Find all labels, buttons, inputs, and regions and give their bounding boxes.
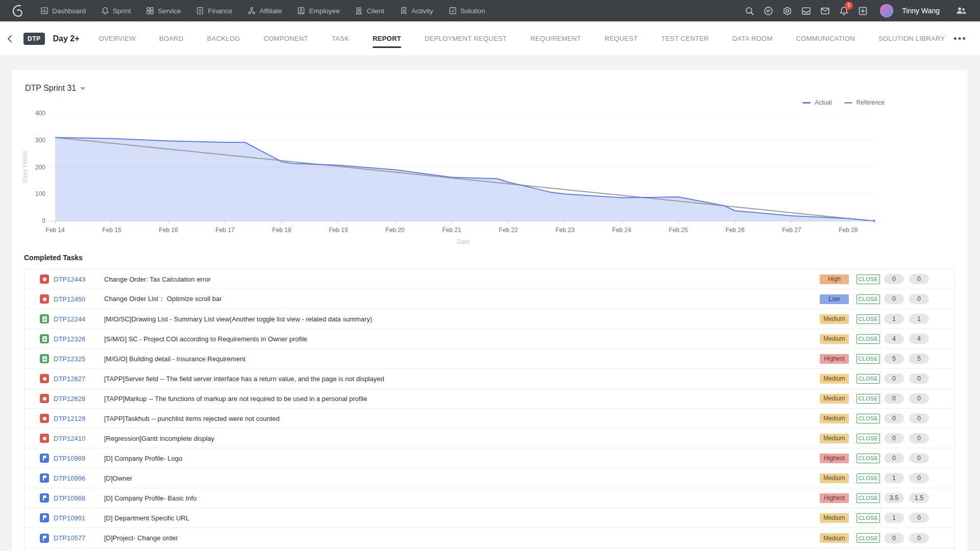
tab-data-room[interactable]: DATA ROOM [732,32,773,45]
points-pill: 0 [884,453,904,463]
defect-type-icon [40,434,49,443]
task-type-icon [40,513,49,522]
tab-task[interactable]: TASK [332,32,349,45]
table-row: DTP10991[D] Department Specific URLMediu… [24,508,954,528]
task-id-link[interactable]: DTP12244 [54,315,104,323]
top-menu-item-affiliate[interactable]: Affiliate [248,7,282,15]
inbox-icon[interactable] [800,5,812,16]
mail-icon[interactable] [819,5,830,16]
tab-request[interactable]: REQUEST [604,32,638,45]
notification-badge: 5 [845,2,853,10]
top-menu-item-dashboard[interactable]: Dashboard [40,7,86,15]
task-id-link[interactable]: DTP10991 [54,514,104,522]
top-menu-item-service[interactable]: Service [146,7,181,15]
defect-type-icon [40,414,49,423]
task-id-link[interactable]: DTP12628 [54,395,104,403]
avatar[interactable] [880,4,893,17]
task-title: [D] Department Specific URL [104,514,189,522]
table-row: DTP12326[S/M/G] SC - Project COI accordi… [24,329,954,349]
status-badge: CLOSE [856,354,880,364]
top-menu-item-employee[interactable]: Employee [297,7,339,15]
table-row: DTP12410[Regression]Gantt Incomplete dis… [24,429,954,448]
task-id-link[interactable]: DTP10989 [54,455,104,462]
tab-overview[interactable]: OVERVIEW [99,32,136,45]
task-id-link[interactable]: DTP12410 [54,435,104,442]
points-pill: 1 [884,314,904,324]
defect-type-icon [40,374,49,383]
task-type-icon [40,454,49,463]
task-title: [TAPP]Taskhub -- punchlist items rejecte… [104,415,280,422]
project-badge[interactable]: DTP [23,33,45,45]
user-name[interactable]: Tinny Wang [902,7,940,15]
task-type-icon [40,473,49,483]
task-id-link[interactable]: DTP12129 [54,415,104,422]
priority-badge: Highest [820,493,849,503]
settings-icon[interactable] [781,5,793,16]
chat-icon[interactable] [763,5,774,16]
points-pill: 1 [884,473,904,483]
svg-text:Feb 17: Feb 17 [215,227,235,234]
task-type-icon [40,493,49,503]
priority-badge: Highest [820,454,849,463]
tab-report[interactable]: REPORT [373,32,401,45]
members-icon[interactable] [955,5,967,16]
points-pill: 0 [884,533,904,543]
tab-requirement[interactable]: REQUIREMENT [530,32,581,45]
svg-text:Feb 24: Feb 24 [612,227,631,234]
hours-pill: 1.5 [909,493,929,503]
status-badge: CLOSE [856,294,880,304]
table-row: DTP12244[M/O/SC]Drawing List - Summary L… [24,309,954,329]
svg-text:Feb 18: Feb 18 [272,227,291,234]
priority-badge: Medium [820,314,849,324]
task-id-link[interactable]: DTP12326 [54,335,104,343]
bell-icon[interactable]: 5 [838,5,849,16]
tab-deployment-request[interactable]: DEPLOYMENT REQUEST [425,32,507,45]
more-tabs-button[interactable]: ••• [953,33,967,44]
tab-board[interactable]: BOARD [159,32,184,45]
app-logo-icon[interactable] [11,4,25,18]
tab-test-center[interactable]: TEST CENTER [661,32,708,45]
top-menu-label: Employee [309,7,339,15]
svg-text:Feb 15: Feb 15 [102,227,121,234]
plus-icon[interactable] [857,5,868,16]
task-id-link[interactable]: DTP12450 [54,295,104,303]
top-menu-item-solution[interactable]: Solution [449,7,485,15]
priority-badge: Low [820,294,849,304]
task-id-link[interactable]: DTP12627 [54,375,104,383]
svg-text:Feb 25: Feb 25 [669,227,688,234]
task-id-link[interactable]: DTP10988 [54,494,104,502]
completed-tasks-table: DTP12443Change Order: Tax Calculation er… [24,269,955,548]
table-row: DTP12450Change Order List： Optimize scro… [24,289,954,309]
priority-badge: Medium [820,434,849,443]
top-menu-label: Finance [208,7,232,15]
tab-component[interactable]: COMPONENT [263,32,308,45]
svg-text:Feb 27: Feb 27 [782,227,801,234]
table-row: DTP12628[TAPP]Markup -- The functions of… [24,389,954,409]
priority-badge: Medium [820,334,849,344]
points-pill: 0 [884,294,904,304]
points-pill: 3.5 [884,493,904,503]
search-icon[interactable] [744,5,755,16]
top-menu-item-sprint[interactable]: Sprint [101,7,131,15]
task-id-link[interactable]: DTP10996 [54,474,104,482]
back-button[interactable] [6,34,13,44]
priority-badge: Medium [820,394,849,404]
task-id-link[interactable]: DTP12443 [54,276,104,283]
top-menu-item-finance[interactable]: $Finance [196,7,232,15]
svg-text:Feb 26: Feb 26 [725,227,745,234]
solution-icon [449,7,457,15]
table-row: DTP10577[D]Project- Change orderMediumCL… [24,528,954,548]
task-id-link[interactable]: DTP12325 [54,355,104,363]
tab-backlog[interactable]: BACKLOG [207,32,240,45]
top-menu-item-client[interactable]: Client [355,7,384,15]
points-pill: 0 [884,393,904,404]
priority-badge: Medium [820,513,849,523]
top-menu-item-activity[interactable]: Activity [400,7,433,15]
task-id-link[interactable]: DTP10577 [54,534,104,542]
tab-communication[interactable]: COMMUNICATION [796,32,855,45]
hours-pill: 5 [909,354,929,364]
svg-text:300: 300 [35,137,45,144]
status-badge: CLOSE [856,473,880,483]
defect-type-icon [40,394,49,403]
tab-solution-library[interactable]: SOLUTION LIBRARY [878,32,945,45]
